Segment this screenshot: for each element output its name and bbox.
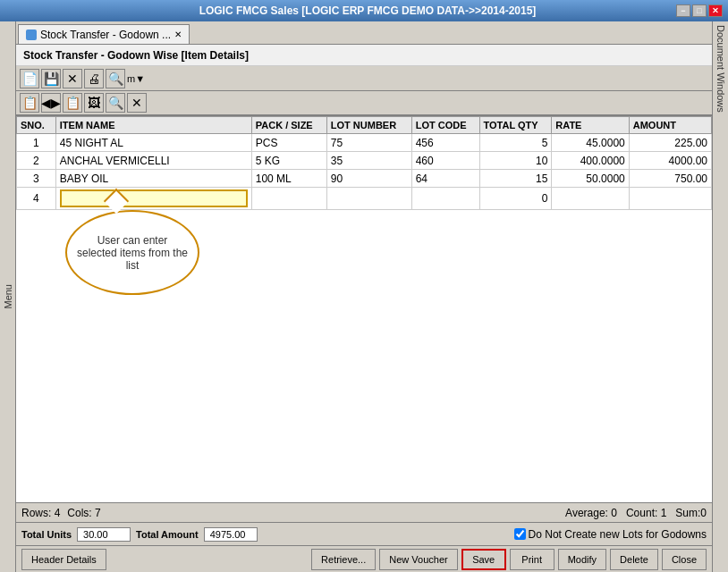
cell-lot xyxy=(326,188,411,210)
cell-lot: 90 xyxy=(326,170,411,188)
cell-rate xyxy=(552,188,629,210)
cell-lotcode: 460 xyxy=(411,152,479,170)
cell-amount xyxy=(629,188,711,210)
retrieve-button[interactable]: Retrieve... xyxy=(311,549,376,570)
cell-rate: 45.0000 xyxy=(552,134,629,152)
total-amount-label: Total Amount xyxy=(136,529,199,540)
col-header-qty: TOTAL QTY xyxy=(479,117,552,134)
cell-pack xyxy=(251,188,326,210)
cell-rate: 400.0000 xyxy=(552,152,629,170)
items-table: SNO. ITEM NAME PACK / SIZE LOT NUMBER LO… xyxy=(16,116,712,210)
total-units-label: Total Units xyxy=(21,529,72,540)
table-row[interactable]: 1 45 NIGHT AL PCS 75 456 5 45.0000 225.0… xyxy=(17,134,712,152)
cell-qty: 0 xyxy=(479,188,552,210)
cell-item: ANCHAL VERMICELLI xyxy=(55,152,251,170)
status-bar: Rows: 4 Cols: 7 Average: 0 Count: 1 Sum:… xyxy=(16,502,712,522)
header-details-button[interactable]: Header Details xyxy=(21,549,106,570)
action-bar: Header Details Retrieve... New Voucher S… xyxy=(16,545,712,572)
t2-btn5[interactable]: 🔍 xyxy=(106,93,125,113)
cell-amount: 225.00 xyxy=(629,134,711,152)
new-btn[interactable]: 📄 xyxy=(20,69,39,88)
cell-rate: 50.0000 xyxy=(552,170,629,188)
t2-btn1[interactable]: 📋 xyxy=(20,93,39,113)
t2-btn6[interactable]: ✕ xyxy=(127,93,147,113)
col-header-sno: SNO. xyxy=(17,117,56,134)
cell-pack: 5 KG xyxy=(251,152,326,170)
col-header-lotcode: LOT CODE xyxy=(411,117,479,134)
window-title-text: Stock Transfer - Godown Wise [Item Detai… xyxy=(23,49,249,62)
zoom-label: m▼ xyxy=(127,73,145,84)
left-menu-label: Menu xyxy=(3,284,13,309)
cell-qty: 15 xyxy=(479,170,552,188)
status-cols: Cols: 7 xyxy=(67,507,100,519)
totals-bar: Total Units 30.00 Total Amount 4975.00 D… xyxy=(16,522,712,545)
cell-lot: 75 xyxy=(326,134,411,152)
cell-amount: 750.00 xyxy=(629,170,711,188)
cell-sno: 2 xyxy=(17,152,56,170)
total-units-value: 30.00 xyxy=(77,527,131,542)
t2-btn2[interactable]: ◀▶ xyxy=(41,93,61,113)
total-amount-value: 4975.00 xyxy=(204,527,258,542)
no-new-lots-checkbox[interactable] xyxy=(514,528,526,540)
cell-lot: 35 xyxy=(326,152,411,170)
cell-lotcode xyxy=(411,188,479,210)
maximize-button[interactable]: □ xyxy=(692,4,707,17)
cell-qty: 10 xyxy=(479,152,552,170)
delete-button[interactable]: Delete xyxy=(610,549,658,570)
new-voucher-button[interactable]: New Voucher xyxy=(379,549,457,570)
modify-button[interactable]: Modify xyxy=(558,549,606,570)
cell-pack: 100 ML xyxy=(251,170,326,188)
no-new-lots-label: Do Not Create new Lots for Godowns xyxy=(529,528,707,541)
save-button[interactable]: Save xyxy=(461,549,506,570)
t2-btn4[interactable]: 🖼 xyxy=(84,93,104,113)
toolbar-1: 📄 💾 ✕ 🖨 🔍 m▼ xyxy=(16,66,712,91)
cell-sno: 3 xyxy=(17,170,56,188)
col-header-pack: PACK / SIZE xyxy=(251,117,326,134)
status-average: Average: 0 xyxy=(565,507,617,519)
cell-lotcode: 64 xyxy=(411,170,479,188)
table-row[interactable]: 2 ANCHAL VERMICELLI 5 KG 35 460 10 400.0… xyxy=(17,152,712,170)
cell-sno: 4 xyxy=(17,188,56,210)
tab-close-button[interactable]: ✕ xyxy=(174,29,182,39)
table-row[interactable]: 3 BABY OIL 100 ML 90 64 15 50.0000 750.0… xyxy=(17,170,712,188)
col-header-lot: LOT NUMBER xyxy=(326,117,411,134)
cell-lotcode: 456 xyxy=(411,134,479,152)
cell-item: 45 NIGHT AL xyxy=(55,134,251,152)
save-btn[interactable]: 💾 xyxy=(41,69,61,88)
t2-btn3[interactable]: 📋 xyxy=(63,93,82,113)
right-panel-label: Document Windows xyxy=(715,25,726,113)
zoom-btn[interactable]: 🔍 xyxy=(106,69,125,88)
status-sum: Sum:0 xyxy=(675,507,707,519)
col-header-rate: RATE xyxy=(552,117,629,134)
app-close-button[interactable]: ✕ xyxy=(708,4,723,17)
stock-transfer-tab[interactable]: Stock Transfer - Godown ... ✕ xyxy=(18,24,190,44)
toolbar-2: 📋 ◀▶ 📋 🖼 🔍 ✕ xyxy=(16,91,712,116)
print-btn[interactable]: 🖨 xyxy=(84,69,104,88)
cell-amount: 4000.00 xyxy=(629,152,711,170)
status-rows: Rows: 4 xyxy=(21,507,60,519)
tab-label: Stock Transfer - Godown ... xyxy=(40,29,171,41)
cell-item[interactable] xyxy=(55,188,251,210)
status-count: Count: 1 xyxy=(626,507,666,519)
app-title: LOGIC FMCG Sales [LOGIC ERP FMCG DEMO DA… xyxy=(199,4,537,17)
cell-qty: 5 xyxy=(479,134,552,152)
cell-sno: 1 xyxy=(17,134,56,152)
col-header-item: ITEM NAME xyxy=(55,117,251,134)
cell-pack: PCS xyxy=(251,134,326,152)
delete-btn[interactable]: ✕ xyxy=(63,69,82,88)
table-row[interactable]: 4 0 xyxy=(17,188,712,210)
close-button[interactable]: Close xyxy=(662,549,707,570)
callout-text: User can enter selected items from the l… xyxy=(76,234,189,272)
col-header-amount: AMOUNT xyxy=(629,117,711,134)
minimize-button[interactable]: − xyxy=(676,4,690,17)
print-button[interactable]: Print xyxy=(510,549,554,570)
cell-item: BABY OIL xyxy=(55,170,251,188)
